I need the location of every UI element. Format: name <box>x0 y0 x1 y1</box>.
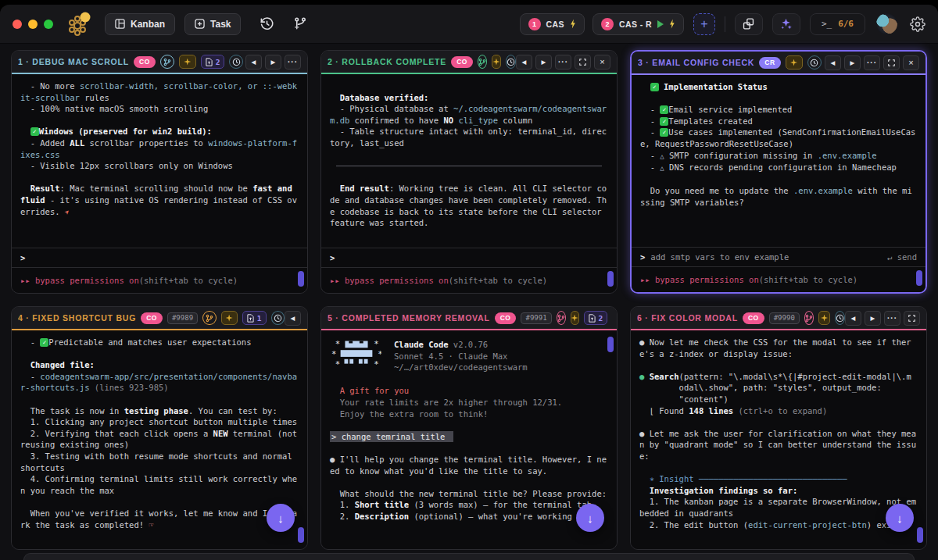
terminal-output[interactable]: ******Claude Code v2.0.76Sonnet 4.5 · Cl… <box>321 330 617 549</box>
scrollbar-thumb[interactable] <box>298 527 304 543</box>
ai-assistant-button[interactable] <box>772 13 800 35</box>
terminal-panel[interactable]: 5 · COMPLETED MEMORY REMOVAL CO #9991 2 <box>320 306 618 550</box>
terminal-panel[interactable]: 2 · ROLLBACK COMPLETE CO ◀ ▶ ··· <box>320 50 618 294</box>
history-button[interactable] <box>260 16 274 31</box>
scrollbar-thumb[interactable] <box>917 527 923 543</box>
terminal-line: Changed file: <box>20 359 299 371</box>
git-branch-plus-icon <box>293 16 308 31</box>
terminal-line: - No more scrollbar-width, scrollbar-col… <box>20 80 299 103</box>
scroll-to-bottom-button[interactable]: ↓ <box>886 504 914 532</box>
more-options-button[interactable]: ··· <box>555 55 571 70</box>
more-options-button[interactable]: ··· <box>884 311 900 326</box>
scrollbar-thumb[interactable] <box>607 271 614 287</box>
zoom-window-button[interactable] <box>44 20 53 29</box>
terminal-output[interactable]: - ✓Predictable and matches user expectat… <box>12 330 307 549</box>
close-window-button[interactable] <box>13 20 22 29</box>
terminal-line: - 100% native macOS smooth scrolling <box>20 103 299 115</box>
project-pill-cas[interactable]: 1 CAS <box>520 13 585 35</box>
session-history-button[interactable] <box>807 55 822 70</box>
terminal-title: 3 · EMAIL CONFIG CHECK <box>638 58 754 67</box>
add-terminal-button[interactable]: + <box>693 13 715 35</box>
terminal-panel[interactable]: 4 · FIXED SHORTCUT BUG CO #9989 1 ◀ <box>11 306 308 550</box>
bypass-cycle-hint: (shift+tab to cycle) <box>759 275 857 284</box>
prev-session-button[interactable]: ◀ <box>285 311 301 326</box>
sparkle-icon <box>571 315 578 322</box>
terminal-line: Do you need me to update the .env.exampl… <box>640 185 917 208</box>
terminal-line <box>639 416 918 428</box>
terminal-input-row[interactable]: > <box>12 248 307 268</box>
project-code-badge: CO <box>451 56 473 68</box>
expand-terminal-button[interactable] <box>883 55 900 70</box>
prev-session-button[interactable]: ◀ <box>825 55 841 70</box>
close-terminal-button[interactable]: × <box>903 55 919 70</box>
layout-windows-button[interactable] <box>735 13 763 35</box>
git-branch-icon[interactable] <box>557 311 566 325</box>
terminal-output[interactable]: ✓ Implementation Status - ✓Email service… <box>632 75 925 247</box>
ai-sparkle-button[interactable] <box>221 311 238 325</box>
prev-session-button[interactable]: ◀ <box>845 311 861 326</box>
expand-terminal-button[interactable] <box>904 311 920 326</box>
scroll-to-bottom-button[interactable]: ↓ <box>576 504 604 532</box>
send-hint[interactable]: ↵ send <box>887 252 917 262</box>
terminal-line: ∗ Insight ────────────────────────────── <box>639 473 918 485</box>
git-branch-icon[interactable] <box>202 311 216 325</box>
ai-sparkle-button[interactable] <box>786 55 803 70</box>
task-button[interactable]: Task <box>184 13 241 35</box>
terminal-panel[interactable]: 1 · DEBUG MAC SCROLL CO 2 ◀ ▶ ··· <box>11 50 308 294</box>
prev-session-button[interactable]: ◀ <box>245 55 262 70</box>
scrollbar-thumb[interactable] <box>298 271 304 287</box>
new-branch-button[interactable] <box>293 16 308 31</box>
terminal-grid: 1 · DEBUG MAC SCROLL CO 2 ◀ ▶ ··· <box>0 44 938 560</box>
task-docs-badge[interactable]: 2 <box>584 311 608 325</box>
ai-sparkle-button[interactable] <box>179 55 196 69</box>
next-session-button[interactable]: ▶ <box>844 55 861 70</box>
session-history-button[interactable] <box>229 55 243 69</box>
project-pill-cas-r[interactable]: 2 CAS - R <box>593 13 684 35</box>
sparkle-icon <box>184 59 191 66</box>
git-branch-icon[interactable] <box>160 55 174 69</box>
more-options-button[interactable]: ··· <box>864 55 880 70</box>
terminal-panel[interactable]: 6 · FIX COLOR MODAL CO #9990 ◀ ▶ ··· <box>630 306 927 550</box>
terminal-line: - Added ALL scrollbar properties to wind… <box>20 137 299 160</box>
ai-sparkle-button[interactable] <box>818 311 830 325</box>
git-branch-icon[interactable] <box>478 55 487 69</box>
close-terminal-button[interactable]: × <box>594 55 610 70</box>
ai-sparkle-button[interactable] <box>571 311 579 325</box>
next-session-button[interactable]: ▶ <box>535 55 552 70</box>
minimize-window-button[interactable] <box>28 20 38 29</box>
git-branch-icon[interactable] <box>804 311 814 325</box>
scroll-to-bottom-button[interactable]: ↓ <box>267 504 295 532</box>
task-docs-badge[interactable]: 2 <box>201 55 225 69</box>
terminal-input-row[interactable]: > <box>321 248 617 268</box>
project-code-badge: CO <box>743 312 764 324</box>
project-label: CAS <box>546 20 564 29</box>
terminal-panel[interactable]: 3 · EMAIL CONFIG CHECK CR ◀ ▶ ··· × <box>630 50 927 294</box>
terminal-header: 4 · FIXED SHORTCUT BUG CO #9989 1 ◀ <box>12 307 307 330</box>
terminal-line: - ✓Use cases implemented (SendConfirmati… <box>640 127 917 149</box>
ai-sparkle-button[interactable] <box>492 55 501 69</box>
prev-session-button[interactable]: ◀ <box>516 55 532 70</box>
session-history-button[interactable] <box>271 311 285 325</box>
terminal-line: 2. Verifying that each click opens a NEW… <box>20 428 299 451</box>
expand-terminal-button[interactable] <box>575 55 591 70</box>
next-session-button[interactable]: ▶ <box>865 311 881 326</box>
scrollbar-thumb[interactable] <box>607 337 614 352</box>
session-history-button[interactable] <box>506 55 516 69</box>
settings-button[interactable] <box>910 16 925 32</box>
task-docs-badge[interactable]: 1 <box>242 311 267 325</box>
kanban-button[interactable]: Kanban <box>105 13 175 35</box>
terminal-line: - ✓Predictable and matches user expectat… <box>20 337 299 348</box>
terminal-line <box>20 115 299 127</box>
session-history-button[interactable] <box>835 311 845 325</box>
terminal-header: 5 · COMPLETED MEMORY REMOVAL CO #9991 2 <box>321 307 617 330</box>
bolt-icon <box>669 20 675 29</box>
more-options-button[interactable]: ··· <box>285 55 301 70</box>
terminal-output[interactable]: ● Now let me check the CSS for the modal… <box>631 330 926 549</box>
terminal-line: - codeagentswarm-app/src/presentation/co… <box>20 371 299 394</box>
terminal-input-row[interactable]: > add smtp vars to env example ↵ send <box>632 247 925 267</box>
terminal-output[interactable]: - No more scrollbar-width, scrollbar-col… <box>12 74 307 248</box>
scrollbar-thumb[interactable] <box>916 270 922 286</box>
terminal-output[interactable]: Database verified: - Physical database a… <box>321 74 617 248</box>
user-avatar[interactable] <box>876 13 897 34</box>
next-session-button[interactable]: ▶ <box>265 55 281 70</box>
